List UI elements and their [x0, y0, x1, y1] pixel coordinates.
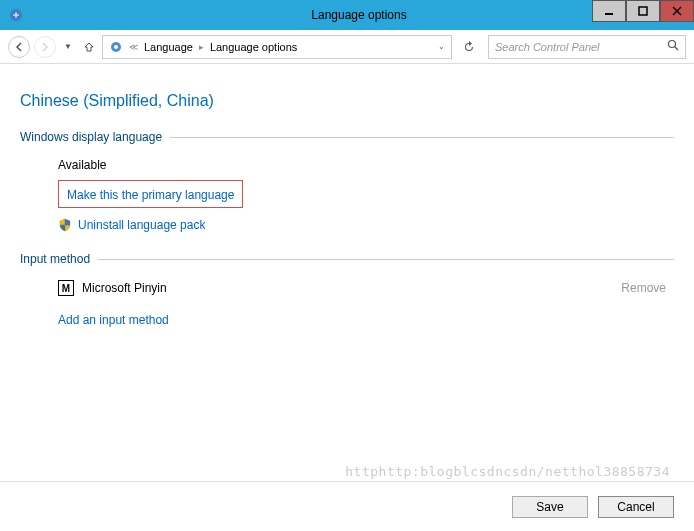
refresh-button[interactable]: [460, 38, 478, 56]
svg-point-6: [114, 45, 118, 49]
svg-rect-2: [639, 7, 647, 15]
minimize-button[interactable]: [592, 0, 626, 22]
chevron-left-icon: ≪: [129, 42, 138, 52]
maximize-button[interactable]: [626, 0, 660, 22]
add-input-method-link[interactable]: Add an input method: [58, 313, 169, 327]
breadcrumb-language-options[interactable]: Language options: [210, 41, 297, 53]
bottom-bar: Save Cancel: [0, 481, 694, 531]
shield-icon: [58, 218, 72, 232]
content-area: Chinese (Simplified, China) Windows disp…: [0, 64, 694, 468]
forward-button[interactable]: [34, 36, 56, 58]
divider: [170, 137, 674, 138]
up-button[interactable]: [80, 38, 98, 56]
page-title: Chinese (Simplified, China): [20, 92, 674, 110]
divider: [98, 259, 674, 260]
back-button[interactable]: [8, 36, 30, 58]
display-language-label: Windows display language: [20, 130, 162, 144]
close-button[interactable]: [660, 0, 694, 22]
search-icon[interactable]: [667, 39, 679, 54]
remove-link[interactable]: Remove: [621, 281, 666, 295]
cancel-button[interactable]: Cancel: [598, 496, 674, 518]
svg-line-8: [675, 47, 678, 50]
search-box[interactable]: [488, 35, 686, 59]
ime-name: Microsoft Pinyin: [82, 281, 167, 295]
make-primary-link[interactable]: Make this the primary language: [67, 188, 234, 202]
make-primary-highlight: Make this the primary language: [58, 180, 243, 208]
breadcrumb-language[interactable]: Language: [144, 41, 193, 53]
chevron-right-icon: ▸: [199, 42, 204, 52]
input-method-row: M Microsoft Pinyin Remove: [20, 280, 674, 296]
breadcrumb-dropdown-icon[interactable]: ⌄: [438, 42, 445, 51]
svg-point-7: [669, 41, 676, 48]
control-panel-icon: [109, 40, 123, 54]
save-button[interactable]: Save: [512, 496, 588, 518]
watermark: httphttp:blogblcsdncsdn/netthol38858734: [345, 464, 670, 479]
input-method-label: Input method: [20, 252, 90, 266]
breadcrumb[interactable]: ≪ Language ▸ Language options ⌄: [102, 35, 452, 59]
input-method-section-header: Input method: [20, 252, 674, 266]
display-language-section-header: Windows display language: [20, 130, 674, 144]
uninstall-link[interactable]: Uninstall language pack: [78, 218, 205, 232]
search-input[interactable]: [495, 41, 667, 53]
history-dropdown[interactable]: ▼: [60, 42, 76, 51]
available-status: Available: [58, 158, 674, 172]
ime-icon: M: [58, 280, 74, 296]
navigation-toolbar: ▼ ≪ Language ▸ Language options ⌄: [0, 30, 694, 64]
titlebar: Language options: [0, 0, 694, 30]
app-icon: [8, 7, 24, 23]
